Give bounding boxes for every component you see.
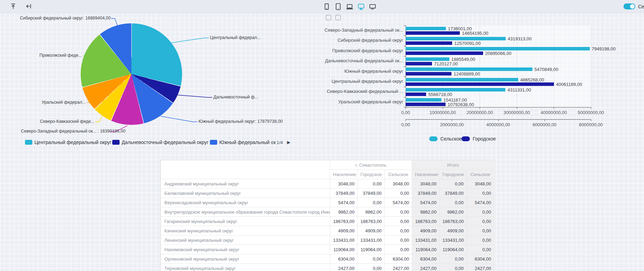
table-group-header: Итого	[412, 160, 494, 170]
x-axis-top-tick-label: 0,00	[385, 110, 426, 115]
table-cell-value: 133431,00	[412, 236, 440, 245]
bar-urban-value-label: 12408889,00	[454, 71, 480, 77]
bar-plot: Северо-Западный федеральный ок...1736001…	[323, 14, 616, 150]
table-cell-value: 6304,00	[412, 254, 440, 264]
bar-rural[interactable]	[406, 88, 505, 91]
table-cell-value: 6304,00	[330, 254, 358, 264]
table-cell-name: Ленинский муниципальный округ	[161, 236, 330, 245]
category-axis-tick	[404, 87, 406, 87]
bar-urban[interactable]	[406, 93, 426, 96]
pie-label-yuzhny: Южный федеральный округ: 17879738,00	[198, 119, 283, 125]
table-cell-value: 186763,00	[358, 217, 385, 226]
table-cell-value: 5474,00	[467, 198, 494, 207]
table-cell-value: 4909,00	[412, 226, 440, 236]
bar-rural[interactable]	[406, 78, 518, 81]
table-column-header: Сельское	[385, 170, 412, 179]
legend-label-centralny[interactable]: Центральный федеральный округ	[34, 140, 112, 145]
x-axis-top-tick-label: 10000000,00	[422, 110, 464, 115]
grid-toggle-label: Сетка	[638, 4, 644, 9]
bar-rural-value-label: 5470849,00	[535, 67, 559, 72]
bar-legend-label-rural[interactable]: Сельское	[440, 136, 462, 142]
device-tablet-icon[interactable]	[334, 2, 342, 11]
table-cell-name: Внутригородское муниципальное образовани…	[161, 207, 330, 217]
table-cell-value: 119064,00	[330, 245, 358, 254]
table-cell-value: 119064,00	[412, 245, 440, 254]
table-cell-value: 133431,00	[440, 236, 467, 245]
legend-swatch-dalnevostochny[interactable]	[112, 140, 120, 145]
legend-prev-page-icon[interactable]: ◀	[270, 140, 274, 145]
table-cell-value: 0,00	[467, 226, 494, 236]
table-cell-value: 3048,00	[412, 179, 440, 189]
bar-urban[interactable]	[406, 51, 483, 55]
table-cell-value: 0,00	[385, 217, 412, 226]
top-toolbar: Сетка	[0, 0, 644, 13]
bar-legend-swatch-urban[interactable]	[462, 136, 470, 141]
x-axis-top-tick-label: 50000000,00	[570, 110, 612, 115]
bar-category-label: Дальневосточный федеральный ок...	[323, 58, 403, 63]
table-cell-value: 0,00	[467, 245, 494, 254]
bar-rural[interactable]	[406, 47, 590, 50]
bar-urban-value-label: 20895066,00	[485, 51, 512, 56]
x-axis-bottom-tick-label: 2000000,00	[431, 122, 473, 127]
bar-legend-label-urban[interactable]: Городское	[473, 136, 496, 142]
table-cell-value: 0,00	[440, 198, 467, 207]
legend-swatch-centralny[interactable]	[25, 140, 32, 145]
table-cell-value: 9862,00	[440, 207, 467, 217]
bar-urban[interactable]	[406, 103, 446, 106]
table-cell-value: 4909,00	[358, 226, 385, 236]
data-table: г. СевастопольИтогоНаселениеГородскоеСел…	[161, 160, 494, 271]
table-cell-value: 2427,00	[412, 264, 440, 271]
pie-chart[interactable]	[81, 23, 182, 125]
bar-urban-value-label: 7120127,00	[434, 61, 458, 66]
x-axis-bottom-tick	[591, 119, 591, 121]
bar-urban[interactable]	[406, 72, 451, 75]
device-widescreen-icon[interactable]	[368, 2, 377, 11]
category-axis-tick	[404, 25, 406, 26]
pie-label-uralsky: Уральский федерал...	[21, 99, 86, 105]
bar-urban[interactable]	[406, 82, 554, 86]
table-column-header: Население	[330, 170, 358, 179]
gridline-vertical	[591, 25, 591, 107]
table-cell-value: 2427,00	[330, 264, 358, 271]
legend-next-page-icon[interactable]: ▶	[287, 140, 290, 145]
table-cell-name: Качинский муниципальный округ	[161, 226, 330, 236]
bar-urban-value-label: 12570091,00	[454, 41, 481, 46]
x-axis-top-tick	[554, 107, 554, 109]
legend-swatch-yuzhny[interactable]	[210, 140, 217, 145]
device-desktop-icon-active[interactable]	[357, 2, 365, 11]
table-row: Верхнесадовский муниципальный округ5474,…	[161, 198, 494, 207]
collapse-left-icon[interactable]	[25, 3, 32, 10]
table-cell-value: 4909,00	[440, 226, 467, 236]
table-cell-value: 6304,00	[385, 254, 412, 264]
bar-category-label: Приволжский федеральный округ	[323, 48, 403, 53]
bar-urban[interactable]	[406, 41, 452, 45]
legend-label-dalnevostochny[interactable]: Дальневосточный федеральный округ	[122, 140, 209, 145]
bar-urban-value-label: 40061189,00	[556, 82, 582, 87]
bar-urban[interactable]	[406, 31, 460, 35]
table-column-header: Городское	[440, 170, 467, 179]
category-axis-tick	[404, 46, 406, 46]
bar-rural[interactable]	[406, 67, 532, 71]
toggle-knob	[630, 4, 635, 9]
table-cell-value: 186763,00	[412, 217, 440, 226]
export-icon[interactable]	[10, 3, 17, 10]
pie-label-severo-kavkazsky: Северо-Кавказский феде...	[21, 119, 95, 125]
bar-rural[interactable]	[406, 27, 446, 30]
table-cell-value: 0,00	[358, 264, 385, 271]
table-cell-value: 2427,00	[467, 264, 494, 271]
bar-urban[interactable]	[406, 62, 432, 65]
table-row: Терновский муниципальный округ2427,000,0…	[161, 264, 494, 271]
pie-label-severo-zapadny: Северо-Западный федеральный ок... : 1639…	[21, 128, 109, 134]
bar-legend-swatch-rural[interactable]	[429, 136, 438, 141]
table-cell-value: 133431,00	[358, 236, 385, 245]
grid-toggle[interactable]	[623, 3, 635, 9]
legend-label-yuzhny[interactable]: Южный федеральный ок	[219, 140, 276, 145]
bar-category-label: Уральский федеральный округ	[323, 99, 403, 104]
bar-rural[interactable]	[406, 37, 506, 40]
device-laptop-icon[interactable]	[345, 2, 354, 11]
bar-rural[interactable]	[406, 98, 441, 102]
device-phone-icon[interactable]	[323, 2, 331, 11]
bar-rural[interactable]	[406, 57, 449, 61]
table-column-header: Население	[412, 170, 440, 179]
table-row: Гагаринский муниципальный округ186763,00…	[161, 217, 494, 226]
